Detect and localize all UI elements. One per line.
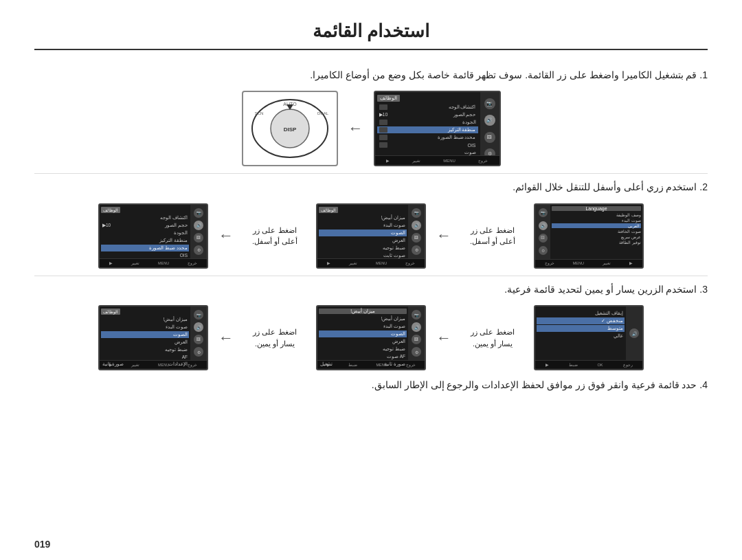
s3b-mi-5: ضبط توجيه (319, 346, 407, 352)
page-number: 019 (34, 539, 50, 550)
step-3-text: 3. استخدم الزرين يسار أو يمين لتحديد قائ… (34, 282, 708, 297)
menu-item-2: حجم الصور10▶ (377, 111, 478, 118)
arrow-5: ← (218, 329, 234, 347)
s2c-icon-4: ⚙ (194, 245, 203, 255)
menu-item-4: منطقة التركيز (377, 126, 478, 133)
s3c-mi-5: ضبط توجيه (101, 346, 189, 353)
s3a-mi-4: عالي (537, 333, 625, 339)
instruction-up-down-1: اضغط على زر أعلى أو أسفل. (462, 225, 524, 247)
s2c-bottom: خروجMENUتغيير▶ (100, 258, 207, 267)
s2c-tab: الوظائف (101, 207, 120, 213)
arrow-4: ← (436, 329, 451, 347)
s2c-mi-4: منطقة التركيز (101, 237, 189, 244)
s3a-mi-2: منخفض ✓ (537, 317, 625, 324)
instruction-lr-1: اضغط على زر يسار أو يمين. (462, 326, 524, 349)
bottom-bar-1: خروجMENUتغيير▶ (375, 155, 499, 165)
s3c-tab: الوظائف (101, 309, 120, 315)
page-container: استخدام القائمة 1. قم بتشغيل الكاميرا وا… (0, 0, 742, 560)
s3b-icon-4: ⚙ (412, 347, 421, 357)
s3b-icon-3: 🖼 (412, 335, 421, 344)
step-4-text: 4. حدد قائمة فرعية وانقر فوق زر موافق لح… (34, 377, 708, 392)
s2-icon-3: 🖼 (412, 233, 421, 243)
svg-text:DISP: DISP (283, 126, 296, 133)
svg-text:DUAL: DUAL (317, 111, 328, 115)
icon-3: 🖼 (484, 132, 495, 143)
icon-1: 📷 (484, 98, 495, 109)
screen-2b: 📷 🔊 🖼 ⚙ الوظائف ميزان أبيض! صوت البدء ال… (316, 203, 426, 269)
step-1-screens: 📷 🔊 🖼 ⚙ الوظائف اكتشاف الوجه حجم الصور10… (34, 91, 708, 166)
s3c-icon-4: ⚙ (194, 347, 203, 357)
s3b-icon-1: 📷 (412, 310, 421, 320)
s3b-mi-6: AF صوت (319, 353, 407, 360)
arrow-1: ← (348, 120, 363, 137)
step-2-screens: 📷 🔊 🖼 ⚙ Language وصف الوظيفة صوت البدء ا… (34, 203, 708, 269)
menu-item-5: محدد ضبط الصورة (377, 134, 478, 141)
s3b-mi-2: صوت البدء (319, 323, 407, 330)
tab-active: الوظائف (377, 95, 400, 102)
s2-mi-3: الصوت (319, 229, 407, 236)
s2c-mi-1: اكتشاف الوجه (101, 214, 189, 221)
s3c-icon-1: 📷 (194, 310, 203, 320)
s3c-mi-6: AF (101, 354, 189, 360)
screen-3c: 📷 🔊 🖼 ⚙ الوظائف ميزان أبيض! صوت البدء ال… (98, 305, 208, 370)
screen-3a: 🔊 إيقاف التشغيل منخفض ✓ متوسط عالي رجوعO… (534, 305, 644, 370)
divider-2 (34, 276, 708, 276)
s3b-mi-4: العرض (319, 338, 407, 345)
camera-dial: DISP AUTO DUAL SCN (242, 91, 338, 166)
screen-3b: 📷 🔊 🖼 ⚙ ميزان أبيض! ميزان أبيض! صوت البد… (316, 305, 426, 370)
step-2-text: 2. استخدم زري أعلى وأسفل للتنقل خلال الق… (34, 179, 708, 194)
s2-icon-2: 🔊 (412, 221, 421, 230)
s2c-mi-5: محدد ضبط الصورة (101, 245, 189, 251)
screen-1a: 📷 🔊 🖼 ⚙ الوظائف اكتشاف الوجه حجم الصور10… (374, 91, 501, 166)
s3c-mi-4: العرض (101, 339, 189, 346)
screen-2c: 📷 🔊 🖼 ⚙ الوظائف اكتشاف الوجه حجم الصور10… (98, 203, 208, 269)
s3c-icon-3: 🖼 (194, 335, 203, 344)
s2-bottom: خروجMENUتغيير▶ (317, 258, 425, 267)
instruction-lr-2: اضغط على زر يسار أو يمين. (244, 326, 306, 349)
s3c-icon-2: 🔊 (194, 322, 203, 332)
s3b-mi-3: الصوت (319, 331, 407, 337)
arrow-3: ← (218, 227, 234, 245)
s3c-mi-3: الصوت (101, 331, 189, 338)
s2-mi-4: العرض (319, 237, 407, 244)
s3c-mi-2: صوت البدء (101, 324, 189, 331)
s2-mi-5: ضبط توجيه (319, 245, 407, 251)
step-1-text: 1. قم بتشغيل الكاميرا واضغط على زر القائ… (34, 67, 708, 82)
s2c-icon-2: 🔊 (194, 221, 203, 230)
s2-icon-1: 📷 (412, 208, 421, 218)
s2c-icon-1: 📷 (194, 208, 203, 218)
s2c-mi-6: OIS (101, 252, 189, 258)
s3a-mi-3: متوسط (537, 325, 625, 332)
s2-icon-4: ⚙ (412, 245, 421, 255)
menu-item-3: الجودة (377, 119, 478, 126)
svg-text:SCN: SCN (254, 111, 263, 115)
menu-item-1: اكتشاف الوجه (377, 104, 478, 111)
s2-tab: الوظائف (319, 207, 338, 213)
menu-item-6: OIS (377, 142, 478, 148)
s2-mi-1: ميزان أبيض! (319, 214, 407, 221)
instruction-up-down-2: اضغط على زر أعلى أو أسفل. (244, 225, 306, 247)
s3b-icon-2: 🔊 (412, 322, 421, 332)
s3a-icon-1: 🔊 (629, 328, 639, 338)
s3a-mi-1: إيقاف التشغيل (537, 310, 625, 317)
s2-mi-2: صوت البدء (319, 222, 407, 229)
s3c-mi-1: ميزان أبيض! (101, 316, 189, 323)
icon-2: 🔊 (484, 115, 495, 126)
dial-svg: DISP AUTO DUAL SCN (249, 98, 331, 159)
lang-screen: 📷 🔊 🖼 ⚙ Language وصف الوظيفة صوت البدء ا… (534, 203, 644, 269)
step-3-screens: 🔊 إيقاف التشغيل منخفض ✓ متوسط عالي رجوعO… (34, 305, 708, 370)
divider-1 (34, 173, 708, 174)
s3b-mi-7: صورة ثانيةتشغيل (319, 361, 407, 368)
s2c-icon-3: 🖼 (194, 233, 203, 243)
title-section: استخدام القائمة (34, 21, 708, 50)
page-title: استخدام القائمة (34, 21, 708, 42)
s3c-mi-7: الإعداداتصورة ثانية (101, 361, 189, 368)
s2c-mi-2: حجم الصور10▶ (101, 222, 189, 229)
arrow-2: ← (436, 227, 451, 245)
s2c-mi-3: الجودة (101, 229, 189, 236)
s3b-mi-1: ميزان أبيض! (319, 315, 407, 322)
